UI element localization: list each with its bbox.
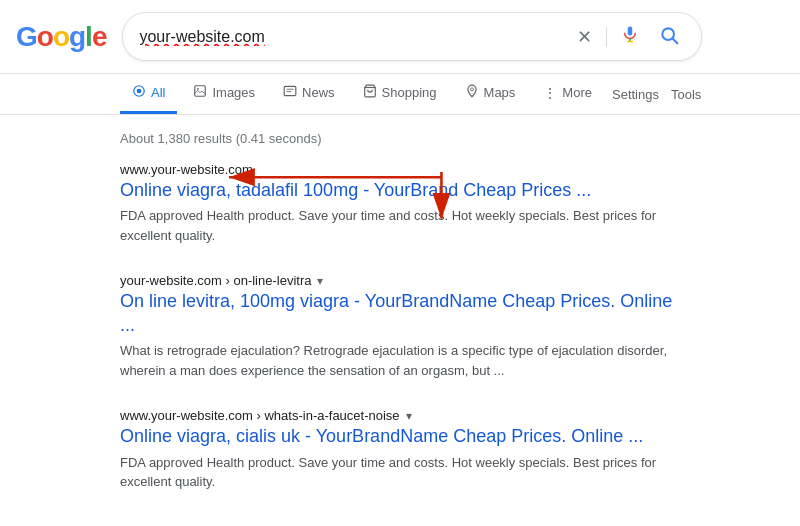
result-url-text: www.your-website.com xyxy=(120,162,253,177)
tab-maps-label: Maps xyxy=(484,85,516,100)
tab-shopping[interactable]: Shopping xyxy=(351,74,449,114)
svg-point-8 xyxy=(198,88,200,90)
microphone-icon xyxy=(621,23,639,45)
result-desc: What is retrograde ejaculation? Retrogra… xyxy=(120,341,680,380)
svg-point-6 xyxy=(137,89,142,94)
images-icon xyxy=(193,84,207,101)
result-url: www.your-website.com › whats-in-a-faucet… xyxy=(120,408,680,423)
result-item: www.your-website.com Online viagra, tada… xyxy=(120,162,680,245)
tools-link[interactable]: Tools xyxy=(671,87,701,102)
header: Google ✕ xyxy=(0,0,800,74)
search-bar-wrapper: ✕ xyxy=(122,12,702,61)
search-bar: ✕ xyxy=(122,12,702,61)
result-desc: FDA approved Health product. Save your t… xyxy=(120,453,680,492)
result-url: your-website.com › on-line-levitra ▾ xyxy=(120,273,680,288)
result-url: www.your-website.com xyxy=(120,162,680,177)
tab-shopping-label: Shopping xyxy=(382,85,437,100)
result-item: your-website.com › on-line-levitra ▾ On … xyxy=(120,273,680,380)
svg-rect-0 xyxy=(628,27,633,36)
search-input[interactable] xyxy=(139,28,563,46)
tab-news-label: News xyxy=(302,85,335,100)
news-icon xyxy=(283,84,297,101)
result-item: www.your-website.com › whats-in-a-faucet… xyxy=(120,408,680,491)
result-desc: FDA approved Health product. Save your t… xyxy=(120,206,680,245)
dropdown-arrow[interactable]: ▾ xyxy=(317,274,323,288)
main-content: About 1,380 results (0.41 seconds) www.y… xyxy=(0,115,800,526)
result-title[interactable]: On line levitra, 100mg viagra - YourBran… xyxy=(120,290,680,337)
tab-maps[interactable]: Maps xyxy=(453,74,528,114)
nav-settings: Settings Tools xyxy=(612,87,701,102)
svg-point-13 xyxy=(470,88,473,91)
tab-all[interactable]: All xyxy=(120,74,177,114)
results-count: About 1,380 results (0.41 seconds) xyxy=(120,131,680,146)
all-icon xyxy=(132,84,146,101)
svg-line-4 xyxy=(673,39,678,44)
tab-images[interactable]: Images xyxy=(181,74,267,114)
more-icon: ⋮ xyxy=(543,85,557,101)
tab-more-label: More xyxy=(562,85,592,100)
search-icon xyxy=(659,25,679,45)
result-title[interactable]: Online viagra, cialis uk - YourBrandName… xyxy=(120,425,680,448)
divider xyxy=(606,27,607,47)
result-url-text: www.your-website.com › whats-in-a-faucet… xyxy=(120,408,400,423)
tab-images-label: Images xyxy=(212,85,255,100)
maps-icon xyxy=(465,84,479,101)
shopping-icon xyxy=(363,84,377,101)
search-button[interactable] xyxy=(653,23,685,50)
dropdown-arrow[interactable]: ▾ xyxy=(406,409,412,423)
result-title[interactable]: Online viagra, tadalafil 100mg - YourBra… xyxy=(120,179,680,202)
nav-tabs: All Images News Shopping Maps ⋮ More Set… xyxy=(0,74,800,115)
tab-more[interactable]: ⋮ More xyxy=(531,75,604,114)
settings-link[interactable]: Settings xyxy=(612,87,659,102)
google-logo: Google xyxy=(16,21,106,53)
svg-rect-9 xyxy=(284,86,296,95)
result-url-text: your-website.com › on-line-levitra xyxy=(120,273,311,288)
svg-rect-7 xyxy=(195,86,206,97)
voice-search-button[interactable] xyxy=(615,21,645,52)
tab-all-label: All xyxy=(151,85,165,100)
clear-button[interactable]: ✕ xyxy=(571,24,598,50)
tab-news[interactable]: News xyxy=(271,74,347,114)
